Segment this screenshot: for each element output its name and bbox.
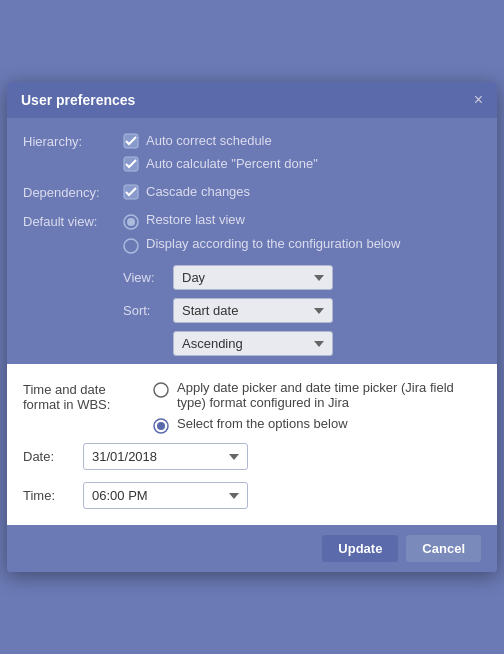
svg-point-4 <box>127 218 135 226</box>
svg-point-8 <box>157 422 165 430</box>
date-select-label: Date: <box>23 449 83 464</box>
default-view-option2-label: Display according to the configuration b… <box>146 236 400 251</box>
radio-unchecked-icon <box>123 237 139 253</box>
checkbox-checked-icon2 <box>123 155 139 171</box>
hierarchy-option2-label: Auto calculate "Percent done" <box>146 156 318 171</box>
time-date-format-option1[interactable]: Apply date picker and date time picker (… <box>153 380 481 410</box>
date-select[interactable]: 31/01/2018 01/31/2018 2018-01-31 <box>83 443 248 470</box>
hierarchy-row: Hierarchy: Auto correct schedule <box>23 132 481 171</box>
time-select-row: Time: 06:00 PM 18:00 06:00 AM <box>23 482 481 509</box>
checkbox-checked-icon <box>123 132 139 148</box>
sort-direction-row: Ascending Descending <box>23 331 481 356</box>
dependency-row: Dependency: Cascade changes <box>23 183 481 200</box>
checkbox-checked-dep <box>123 183 139 199</box>
time-date-format-option2-label: Select from the options below <box>177 416 348 431</box>
dialog-header: User preferences × <box>7 82 497 118</box>
sort-select-label: Sort: <box>123 303 173 318</box>
default-view-option2[interactable]: Display according to the configuration b… <box>123 236 481 253</box>
time-date-format-row: Time and dateformat in WBS: Apply date p… <box>23 380 481 433</box>
svg-point-6 <box>154 383 168 397</box>
sort-select-row: Sort: Start date End date Name <box>23 298 481 323</box>
time-date-format-options: Apply date picker and date time picker (… <box>153 380 481 433</box>
sort-select[interactable]: Start date End date Name <box>173 298 333 323</box>
hierarchy-option1-label: Auto correct schedule <box>146 133 272 148</box>
lower-radio-unchecked-icon <box>153 381 169 397</box>
hierarchy-option2[interactable]: Auto calculate "Percent done" <box>123 155 481 171</box>
cancel-button[interactable]: Cancel <box>406 535 481 562</box>
hierarchy-label: Hierarchy: <box>23 132 123 149</box>
default-view-option1-label: Restore last view <box>146 212 245 227</box>
view-select[interactable]: Day Week Month Year <box>173 265 333 290</box>
time-select-label: Time: <box>23 488 83 503</box>
default-view-label: Default view: <box>23 212 123 229</box>
lower-radio-checked-icon <box>153 417 169 433</box>
view-select-row: View: Day Week Month Year <box>23 265 481 290</box>
dialog-body: Hierarchy: Auto correct schedule <box>7 118 497 356</box>
hierarchy-options: Auto correct schedule Auto calculate "Pe… <box>123 132 481 171</box>
time-date-format-option1-label: Apply date picker and date time picker (… <box>177 380 481 410</box>
default-view-options: Restore last view Display according to t… <box>123 212 481 253</box>
view-select-label: View: <box>123 270 173 285</box>
dialog-footer: Update Cancel <box>7 525 497 572</box>
lower-panel: Time and dateformat in WBS: Apply date p… <box>7 364 497 525</box>
radio-checked-icon <box>123 213 139 229</box>
hierarchy-option1[interactable]: Auto correct schedule <box>123 132 481 148</box>
date-select-row: Date: 31/01/2018 01/31/2018 2018-01-31 <box>23 443 481 470</box>
user-preferences-dialog: User preferences × Hierarchy: Auto corre… <box>7 82 497 572</box>
time-date-format-label: Time and dateformat in WBS: <box>23 380 153 412</box>
dependency-option1[interactable]: Cascade changes <box>123 183 481 199</box>
dialog-title: User preferences <box>21 92 135 108</box>
default-view-row: Default view: Restore last view <box>23 212 481 253</box>
dependency-option1-label: Cascade changes <box>146 184 250 199</box>
dependency-label: Dependency: <box>23 183 123 200</box>
time-date-format-option2[interactable]: Select from the options below <box>153 416 481 433</box>
svg-point-5 <box>124 239 138 253</box>
default-view-option1[interactable]: Restore last view <box>123 212 481 229</box>
update-button[interactable]: Update <box>322 535 398 562</box>
time-select[interactable]: 06:00 PM 18:00 06:00 AM <box>83 482 248 509</box>
close-button[interactable]: × <box>474 92 483 108</box>
dependency-options: Cascade changes <box>123 183 481 199</box>
sort-direction-select[interactable]: Ascending Descending <box>173 331 333 356</box>
